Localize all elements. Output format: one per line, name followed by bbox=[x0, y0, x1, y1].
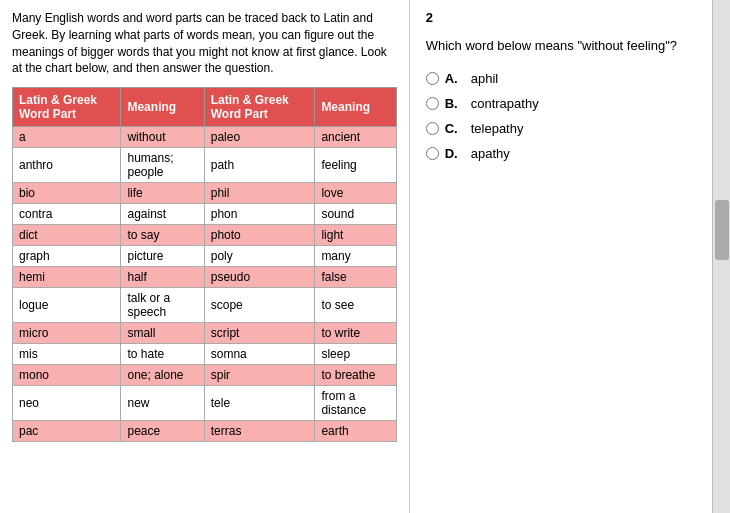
table-cell-0-3: ancient bbox=[315, 127, 396, 148]
col-header-1: Latin & Greek Word Part bbox=[13, 88, 121, 127]
col-header-3: Latin & Greek Word Part bbox=[204, 88, 315, 127]
table-cell-3-0: contra bbox=[13, 204, 121, 225]
table-cell-4-1: to say bbox=[121, 225, 204, 246]
table-row: awithoutpaleoancient bbox=[13, 127, 397, 148]
table-row: biolifephillove bbox=[13, 183, 397, 204]
table-cell-5-3: many bbox=[315, 246, 396, 267]
table-cell-12-1: peace bbox=[121, 421, 204, 442]
table-cell-8-3: to write bbox=[315, 323, 396, 344]
col-header-2: Meaning bbox=[121, 88, 204, 127]
table-cell-3-1: against bbox=[121, 204, 204, 225]
table-cell-2-0: bio bbox=[13, 183, 121, 204]
table-row: loguetalk or a speechscopeto see bbox=[13, 288, 397, 323]
radio-option-0[interactable] bbox=[426, 72, 439, 85]
table-cell-11-0: neo bbox=[13, 386, 121, 421]
table-cell-10-0: mono bbox=[13, 365, 121, 386]
table-row: monoone; alonespirto breathe bbox=[13, 365, 397, 386]
table-cell-11-1: new bbox=[121, 386, 204, 421]
table-cell-11-2: tele bbox=[204, 386, 315, 421]
table-row: graphpicturepolymany bbox=[13, 246, 397, 267]
question-text: Which word below means "without feeling"… bbox=[426, 37, 697, 55]
answer-option-d[interactable]: D.apathy bbox=[426, 146, 697, 161]
table-row: anthrohumans; peoplepathfeeling bbox=[13, 148, 397, 183]
table-cell-5-1: picture bbox=[121, 246, 204, 267]
table-row: contraagainstphonsound bbox=[13, 204, 397, 225]
table-row: misto hatesomnasleep bbox=[13, 344, 397, 365]
table-cell-8-0: micro bbox=[13, 323, 121, 344]
table-cell-9-3: sleep bbox=[315, 344, 396, 365]
table-cell-1-0: anthro bbox=[13, 148, 121, 183]
scroll-thumb[interactable] bbox=[715, 200, 729, 260]
left-panel: Many English words and word parts can be… bbox=[0, 0, 410, 513]
table-cell-7-1: talk or a speech bbox=[121, 288, 204, 323]
table-cell-6-1: half bbox=[121, 267, 204, 288]
table-cell-0-2: paleo bbox=[204, 127, 315, 148]
table-cell-12-0: pac bbox=[13, 421, 121, 442]
option-text-3: apathy bbox=[471, 146, 510, 161]
table-cell-7-2: scope bbox=[204, 288, 315, 323]
table-cell-7-0: logue bbox=[13, 288, 121, 323]
right-panel: 2 Which word below means "without feelin… bbox=[410, 0, 713, 513]
radio-option-1[interactable] bbox=[426, 97, 439, 110]
table-cell-6-0: hemi bbox=[13, 267, 121, 288]
radio-option-3[interactable] bbox=[426, 147, 439, 160]
table-cell-9-0: mis bbox=[13, 344, 121, 365]
table-cell-8-1: small bbox=[121, 323, 204, 344]
table-cell-7-3: to see bbox=[315, 288, 396, 323]
table-cell-5-0: graph bbox=[13, 246, 121, 267]
question-number: 2 bbox=[426, 10, 697, 25]
table-row: neonewtelefrom a distance bbox=[13, 386, 397, 421]
option-text-0: aphil bbox=[471, 71, 498, 86]
option-letter-2: C. bbox=[445, 121, 465, 136]
table-cell-1-1: humans; people bbox=[121, 148, 204, 183]
table-row: dictto sayphotolight bbox=[13, 225, 397, 246]
radio-option-2[interactable] bbox=[426, 122, 439, 135]
table-cell-5-2: poly bbox=[204, 246, 315, 267]
table-cell-10-3: to breathe bbox=[315, 365, 396, 386]
table-cell-4-2: photo bbox=[204, 225, 315, 246]
table-cell-10-2: spir bbox=[204, 365, 315, 386]
table-cell-3-3: sound bbox=[315, 204, 396, 225]
table-row: pacpeaceterrasearth bbox=[13, 421, 397, 442]
table-cell-12-3: earth bbox=[315, 421, 396, 442]
table-cell-1-3: feeling bbox=[315, 148, 396, 183]
table-row: microsmallscriptto write bbox=[13, 323, 397, 344]
table-cell-6-3: false bbox=[315, 267, 396, 288]
option-text-2: telepathy bbox=[471, 121, 524, 136]
answer-option-b[interactable]: B.contrapathy bbox=[426, 96, 697, 111]
intro-text: Many English words and word parts can be… bbox=[12, 10, 397, 77]
table-cell-4-3: light bbox=[315, 225, 396, 246]
table-cell-3-2: phon bbox=[204, 204, 315, 225]
option-letter-3: D. bbox=[445, 146, 465, 161]
table-cell-2-1: life bbox=[121, 183, 204, 204]
table-cell-10-1: one; alone bbox=[121, 365, 204, 386]
table-cell-2-3: love bbox=[315, 183, 396, 204]
table-cell-0-0: a bbox=[13, 127, 121, 148]
table-cell-1-2: path bbox=[204, 148, 315, 183]
answer-option-c[interactable]: C.telepathy bbox=[426, 121, 697, 136]
table-row: hemihalfpseudofalse bbox=[13, 267, 397, 288]
table-cell-0-1: without bbox=[121, 127, 204, 148]
scrollbar[interactable] bbox=[712, 0, 730, 513]
answer-option-a[interactable]: A.aphil bbox=[426, 71, 697, 86]
option-text-1: contrapathy bbox=[471, 96, 539, 111]
latin-greek-table: Latin & Greek Word Part Meaning Latin & … bbox=[12, 87, 397, 442]
options-container: A.aphilB.contrapathyC.telepathyD.apathy bbox=[426, 71, 697, 161]
table-cell-8-2: script bbox=[204, 323, 315, 344]
option-letter-0: A. bbox=[445, 71, 465, 86]
option-letter-1: B. bbox=[445, 96, 465, 111]
table-cell-11-3: from a distance bbox=[315, 386, 396, 421]
table-cell-6-2: pseudo bbox=[204, 267, 315, 288]
table-cell-4-0: dict bbox=[13, 225, 121, 246]
col-header-4: Meaning bbox=[315, 88, 396, 127]
table-cell-2-2: phil bbox=[204, 183, 315, 204]
table-cell-9-1: to hate bbox=[121, 344, 204, 365]
table-cell-12-2: terras bbox=[204, 421, 315, 442]
table-cell-9-2: somna bbox=[204, 344, 315, 365]
